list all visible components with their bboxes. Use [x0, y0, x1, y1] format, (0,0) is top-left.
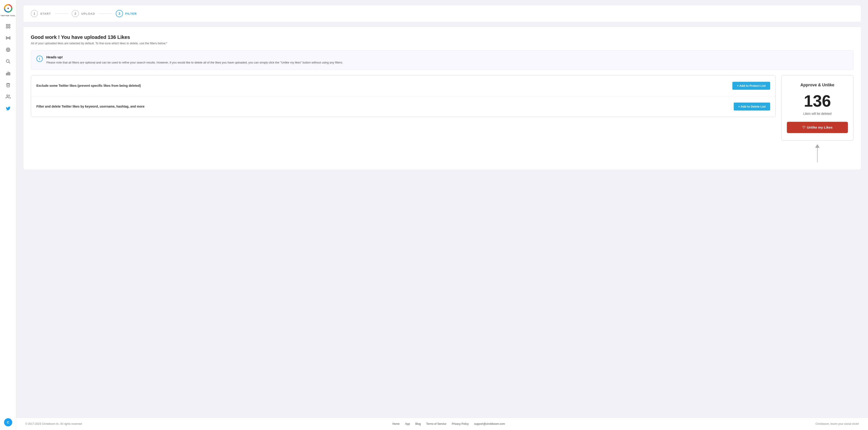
footer-links: Home App Blog Terms of Service Privacy P… [393, 422, 505, 426]
footer-link-blog[interactable]: Blog [415, 422, 421, 426]
footer-tagline: Circleboom, boom your social circle! [815, 422, 859, 426]
footer-link-app[interactable]: App [405, 422, 410, 426]
approve-card-title: Approve & Unlike [787, 83, 848, 88]
footer: © 2017-2023 Circleboom llc. All rights r… [16, 418, 868, 430]
filter-text-1: Filter and delete Twitter likes by keywo… [36, 105, 145, 108]
svg-line-13 [8, 37, 9, 38]
step-3-label: FILTER [125, 12, 137, 15]
alert-content: Heads up! Please note that all filters a… [46, 55, 343, 65]
step-1-label: START [40, 12, 51, 15]
svg-point-9 [9, 37, 10, 38]
page-title: Good work ! You have uploaded 136 Likes [31, 34, 854, 40]
filter-text-0: Exclude some Twitter likes (prevent spec… [36, 84, 141, 88]
white-card: Good work ! You have uploaded 136 Likes … [24, 27, 861, 169]
step-3[interactable]: 3 FILTER [116, 10, 137, 17]
svg-rect-4 [8, 24, 10, 26]
svg-point-8 [6, 37, 7, 38]
svg-point-24 [6, 95, 8, 97]
unlike-my-likes-button[interactable]: ♡ Unlike my Likes [787, 122, 848, 133]
footer-link-tos[interactable]: Terms of Service [426, 422, 446, 426]
main-content: 1 START 2 UPLOAD 3 FILTER Good [16, 0, 868, 430]
sidebar-item-analytics[interactable] [3, 68, 13, 78]
svg-point-19 [6, 60, 9, 63]
svg-rect-22 [8, 72, 8, 75]
sidebar-nav [3, 21, 13, 418]
svg-line-14 [7, 38, 8, 39]
footer-copyright: © 2017-2023 Circleboom llc. All rights r… [25, 422, 82, 426]
svg-point-18 [8, 49, 8, 50]
sidebar-item-delete[interactable] [3, 80, 13, 90]
sidebar-logo-label: TWITTER TOOL [1, 15, 16, 17]
sidebar-item-twitter[interactable] [3, 103, 13, 113]
sidebar-item-users[interactable] [3, 92, 13, 102]
sidebar-bottom: C [4, 418, 12, 426]
sidebar-item-search[interactable] [3, 57, 13, 66]
step-1[interactable]: 1 START [31, 10, 51, 17]
svg-rect-3 [6, 24, 7, 26]
stepper: 1 START 2 UPLOAD 3 FILTER [24, 5, 861, 22]
step-3-circle: 3 [116, 10, 123, 17]
add-to-protect-list-button[interactable]: + Add to Protect List [733, 82, 770, 90]
info-icon: i [36, 56, 43, 62]
step-2-label: UPLOAD [81, 12, 95, 15]
sidebar-item-target[interactable] [3, 45, 13, 55]
sidebar-item-network[interactable] [3, 33, 13, 43]
alert-box: i Heads up! Please note that all filters… [31, 51, 854, 70]
add-to-delete-list-button[interactable]: + Add to Delete List [734, 103, 770, 110]
svg-line-12 [7, 37, 8, 38]
main-row: Exclude some Twitter likes (prevent spec… [31, 75, 854, 162]
filters-col: Exclude some Twitter likes (prevent spec… [31, 75, 776, 117]
footer-link-home[interactable]: Home [393, 422, 400, 426]
svg-point-7 [8, 37, 8, 38]
filter-container: Exclude some Twitter likes (prevent spec… [31, 75, 776, 117]
heart-icon: ♡ [802, 125, 805, 130]
footer-link-support[interactable]: support@circleboom.com [474, 422, 505, 426]
svg-point-10 [6, 38, 7, 39]
svg-rect-23 [9, 72, 10, 75]
svg-point-2 [7, 8, 9, 9]
avatar[interactable]: C [4, 418, 12, 426]
svg-rect-5 [6, 27, 7, 28]
svg-line-20 [8, 62, 10, 64]
arrow-up-icon [815, 144, 820, 162]
approve-count: 136 [787, 93, 848, 109]
alert-text: Please note that all filters are optiona… [46, 60, 343, 65]
sidebar-logo[interactable] [3, 4, 13, 14]
step-divider-1 [55, 13, 68, 14]
step-2[interactable]: 2 UPLOAD [72, 10, 95, 17]
page-header: Good work ! You have uploaded 136 Likes … [31, 34, 854, 45]
step-2-circle: 2 [72, 10, 79, 17]
filter-row-0: Exclude some Twitter likes (prevent spec… [31, 75, 776, 96]
sidebar: TWITTER TOOL [0, 0, 16, 430]
alert-title: Heads up! [46, 55, 343, 59]
approve-col: Approve & Unlike 136 Likes will be delet… [781, 75, 854, 162]
footer-link-privacy[interactable]: Privacy Policy [452, 422, 469, 426]
step-divider-2 [98, 13, 112, 14]
filter-row-1: Filter and delete Twitter likes by keywo… [31, 96, 776, 117]
svg-rect-6 [8, 27, 10, 28]
step-1-circle: 1 [31, 10, 38, 17]
svg-rect-21 [6, 73, 7, 75]
approve-card: Approve & Unlike 136 Likes will be delet… [781, 75, 854, 140]
approve-label: Likes will be deleted [787, 112, 848, 115]
page-subtitle: All of your uploaded likes are selected … [31, 41, 854, 45]
svg-point-11 [9, 38, 10, 39]
svg-line-15 [8, 38, 9, 39]
arrow-container [781, 144, 854, 162]
content-area: 1 START 2 UPLOAD 3 FILTER Good [16, 0, 868, 418]
sidebar-item-dashboard[interactable] [3, 21, 13, 31]
